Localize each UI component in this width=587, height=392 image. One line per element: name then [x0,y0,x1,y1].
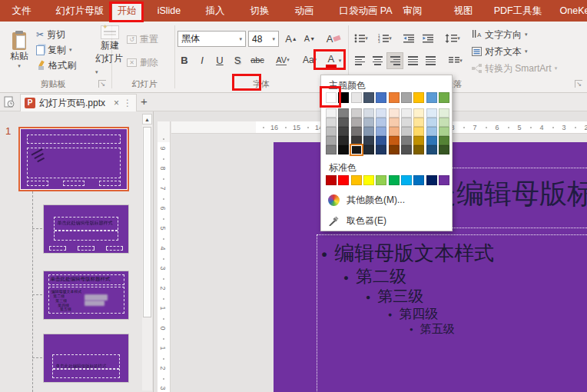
document-tab-close-icon[interactable]: × [114,98,119,108]
tab-pdf-tools[interactable]: PDF工具集 [489,0,547,22]
variant-color-swatch[interactable] [401,108,412,118]
layout-thumbnail-title[interactable]: 单击此处编辑母版标题样式 [43,204,129,254]
theme-color-swatch[interactable] [338,92,349,103]
variant-color-swatch[interactable] [363,136,374,145]
strikethrough-button[interactable]: abc [247,51,267,68]
line-spacing-button[interactable]: ▾ [441,31,464,46]
justify-button[interactable] [404,52,421,69]
theme-color-swatch[interactable] [376,92,386,103]
eyedropper-menu-item[interactable]: 取色器(E) [321,212,453,230]
variant-color-swatch[interactable] [376,127,386,136]
thumbnail-scrollbar[interactable]: ▲ [142,114,152,390]
variant-color-swatch[interactable] [376,108,386,118]
variant-color-swatch[interactable] [363,108,374,118]
variant-color-swatch[interactable] [439,118,449,127]
variant-color-swatch[interactable] [413,145,424,154]
clipboard-dialog-launcher[interactable]: ↘ [98,80,106,88]
variant-color-swatch[interactable] [389,118,400,127]
text-shadow-button[interactable]: S [230,51,244,68]
variant-color-swatch[interactable] [401,136,412,145]
theme-color-swatch[interactable] [326,92,337,103]
paragraph-dialog-launcher[interactable]: ↘ [575,80,582,88]
tab-file[interactable]: 文件 [3,0,40,22]
variant-color-swatch[interactable] [351,127,362,136]
standard-color-swatch[interactable] [389,175,400,185]
standard-color-swatch[interactable] [376,175,386,185]
theme-color-swatch[interactable] [426,92,437,103]
variant-color-swatch[interactable] [413,136,424,145]
tab-slide-master[interactable]: 幻灯片母版 [46,0,114,22]
variant-color-swatch[interactable] [338,108,349,118]
align-text-button[interactable]: 对齐文本▾ [472,45,528,58]
theme-color-swatch[interactable] [413,92,424,103]
document-tab[interactable]: P 幻灯片页码.pptx × ⋮ [20,94,137,111]
variant-color-swatch[interactable] [363,118,374,127]
theme-color-swatch[interactable] [351,92,362,103]
variant-color-swatch[interactable] [389,136,400,145]
recent-files-icon[interactable] [4,96,15,108]
bullets-button[interactable]: ▾ [351,31,371,46]
increase-font-size-button[interactable]: A▲ [283,31,300,46]
decrease-indent-button[interactable] [400,31,417,46]
standard-color-swatch[interactable] [326,175,337,185]
align-right-button[interactable] [386,52,403,69]
add-document-tab-button[interactable]: + [141,95,148,108]
variant-color-swatch[interactable] [401,127,412,136]
tab-home[interactable]: 开始 [112,2,141,22]
character-spacing-button[interactable]: AV▾ [270,51,295,68]
layout-thumbnail-blank[interactable]: 单击此处编辑母版标题样式 [43,334,129,383]
variant-color-swatch[interactable] [439,145,449,154]
tab-onekey[interactable]: OneKe [556,0,587,22]
standard-color-swatch[interactable] [363,175,374,185]
variant-color-swatch[interactable] [338,127,349,136]
variant-color-swatch[interactable] [338,136,349,145]
scrollbar-thumb[interactable] [143,127,151,317]
variant-color-swatch[interactable] [426,118,437,127]
variant-color-swatch[interactable] [376,145,386,154]
variant-color-swatch[interactable] [326,136,337,145]
variant-color-swatch[interactable] [351,136,362,145]
font-name-combobox[interactable]: 黑体▾ [177,31,246,47]
variant-color-swatch[interactable] [351,118,362,127]
tab-view[interactable]: 视图 [441,0,486,22]
variant-color-swatch[interactable] [426,136,437,145]
variant-color-swatch[interactable] [338,118,349,127]
decrease-font-size-button[interactable]: A▼ [301,31,318,46]
standard-color-swatch[interactable] [426,175,437,185]
standard-color-swatch[interactable] [413,175,424,185]
change-case-button[interactable]: Aa▾ [299,51,320,68]
standard-color-swatch[interactable] [338,175,349,185]
italic-button[interactable]: I [195,51,209,68]
reset-slide-button[interactable]: ↺ 重置 [127,32,158,46]
paste-button[interactable]: 粘贴 ▾ [6,25,32,76]
theme-color-swatch[interactable] [363,92,374,103]
variant-color-swatch[interactable] [338,145,349,154]
numbering-button[interactable]: 123 ▾ [375,31,395,46]
tab-islide[interactable]: iSlide [148,0,191,22]
variant-color-swatch[interactable] [351,145,362,154]
variant-color-swatch[interactable] [326,108,337,118]
align-center-button[interactable] [369,52,386,69]
tab-insert[interactable]: 插入 [194,0,237,22]
tab-transitions[interactable]: 切换 [238,0,281,22]
variant-color-swatch[interactable] [389,127,400,136]
variant-color-swatch[interactable] [376,136,386,145]
standard-color-swatch[interactable] [401,175,412,185]
variant-color-swatch[interactable] [326,118,337,127]
distribute-button[interactable] [422,52,439,69]
align-left-button[interactable] [351,52,368,69]
clear-formatting-button[interactable]: A [323,31,343,46]
layout-thumbnail-content[interactable]: 单击此处编辑母版标题样式 编辑母版文本样式 第二级 第三级 第四级 第五级 [43,271,129,320]
variant-color-swatch[interactable] [413,118,424,127]
convert-smartart-button[interactable]: 转换为 SmartArt▾ [472,61,557,75]
tab-animations[interactable]: 动画 [283,0,326,22]
variant-color-swatch[interactable] [326,145,337,154]
increase-indent-button[interactable] [420,31,436,46]
theme-color-swatch[interactable] [389,92,400,103]
variant-color-swatch[interactable] [439,127,449,136]
variant-color-swatch[interactable] [413,108,424,118]
theme-color-swatch[interactable] [401,92,412,103]
variant-color-swatch[interactable] [376,118,386,127]
tab-review[interactable]: 审阅 [390,0,435,22]
variant-color-swatch[interactable] [351,108,362,118]
